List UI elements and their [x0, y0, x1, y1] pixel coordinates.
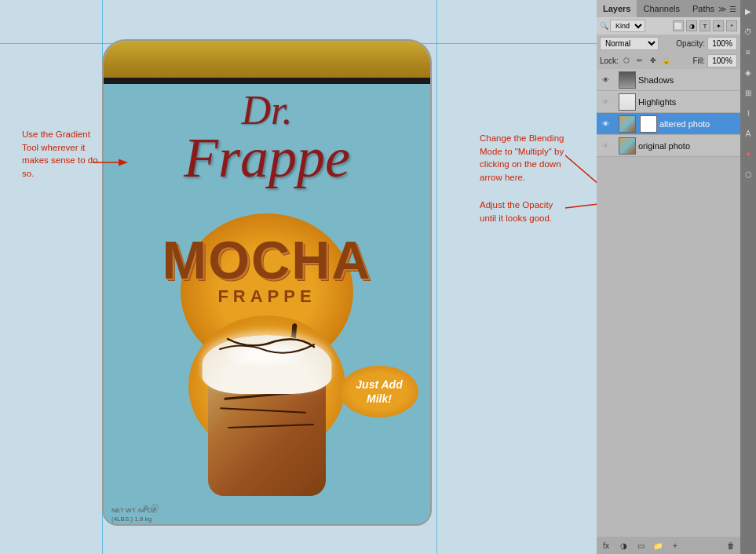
- layer-mask-button[interactable]: ▭: [634, 539, 647, 552]
- tab-channels[interactable]: Channels: [637, 0, 685, 17]
- panel-icon-star[interactable]: ✦: [741, 147, 755, 161]
- panel-icon-text[interactable]: A: [741, 126, 755, 140]
- layer-eye-shadows[interactable]: 👁: [600, 75, 611, 86]
- panel-icon-3[interactable]: ≡: [741, 45, 755, 59]
- layer-eye-highlights[interactable]: 👁: [600, 97, 611, 108]
- can-container: Dr. Frappe MOCHA FRAPPE: [102, 39, 432, 526]
- brand-text: Dr.: [104, 90, 430, 131]
- layers-list: 👁 Shadows 👁 Highlights 👁 altered photo: [597, 69, 740, 157]
- panel-menu-icon[interactable]: ☰: [729, 5, 736, 13]
- filter-icons: ⬜ ◑ T ✦ *: [673, 20, 737, 31]
- product-symbols: ⊛ ⓤ: [143, 503, 159, 513]
- panel-icon-3d[interactable]: ⬡: [741, 167, 755, 181]
- gradient-tool-annotation: Use the Gradient Tool wherever it makes …: [22, 128, 100, 180]
- layer-item-original[interactable]: 👁 original photo: [597, 135, 740, 157]
- panel-icon-brush[interactable]: ⌇: [741, 106, 755, 120]
- panel-icon-strip: ▶ ⏱ ≡ ◈ ⊞ ⌇ A ✦ ⬡: [740, 0, 756, 554]
- layers-panel: Layers Channels Paths ≫ ☰ 🔍 Kind ⬜ ◑ T ✦…: [597, 0, 740, 554]
- fx-button[interactable]: fx: [600, 539, 612, 552]
- right-panel: Layers Channels Paths ≫ ☰ 🔍 Kind ⬜ ◑ T ✦…: [597, 0, 756, 554]
- lock-fill-row: Lock: ⬡ ✏ ✤ 🔒 Fill:: [597, 52, 740, 69]
- layer-name-highlights: Highlights: [638, 97, 737, 107]
- canvas-area: Dr. Frappe MOCHA FRAPPE: [0, 0, 597, 554]
- layer-name-shadows: Shadows: [638, 75, 737, 85]
- product-name-text: Frappe: [104, 131, 430, 184]
- tab-paths[interactable]: Paths: [686, 0, 721, 17]
- layer-eye-altered[interactable]: 👁: [600, 118, 611, 129]
- panel-icon-history[interactable]: ⏱: [741, 24, 755, 38]
- panel-icon-eye[interactable]: ◈: [741, 65, 755, 79]
- filter-type-icon[interactable]: T: [699, 20, 710, 31]
- product-image: Dr. Frappe MOCHA FRAPPE: [102, 39, 440, 541]
- filter-kind-select[interactable]: Kind: [610, 20, 645, 32]
- weight-metric: (4LBS.) 1.8 kg: [111, 516, 158, 523]
- panel-tab-icons: ≫ ☰: [718, 5, 736, 13]
- svg-line-2: [565, 203, 597, 208]
- lock-transparency-icon[interactable]: ⬡: [621, 55, 632, 66]
- tagline-badge: Just Add Milk!: [340, 366, 418, 417]
- layer-item-altered[interactable]: 👁 altered photo: [597, 113, 740, 135]
- fill-label: Fill:: [692, 56, 705, 65]
- panel-expand-icon[interactable]: ≫: [718, 5, 726, 13]
- flavor-text: MOCHA: [149, 229, 385, 290]
- lock-position-icon[interactable]: ✤: [648, 55, 659, 66]
- layer-thumb-shadows: [619, 71, 636, 89]
- new-layer-button[interactable]: +: [669, 539, 681, 552]
- new-group-button[interactable]: 📁: [652, 539, 664, 552]
- filter-smart-icon[interactable]: *: [726, 20, 737, 31]
- lock-image-icon[interactable]: ✏: [634, 55, 645, 66]
- lock-all-icon[interactable]: 🔒: [661, 55, 672, 66]
- tab-layers[interactable]: Layers: [597, 0, 637, 17]
- layer-thumb-highlights: [619, 93, 636, 111]
- panel-icon-1[interactable]: ▶: [741, 4, 755, 18]
- change-blending-annotation: Change the Blending Mode to "Multiply" b…: [480, 132, 572, 184]
- new-fill-layer-button[interactable]: ◑: [617, 539, 630, 552]
- opacity-label: Opacity:: [676, 39, 705, 48]
- layer-thumb-altered: [619, 115, 636, 133]
- layer-thumb-original: [619, 137, 636, 155]
- delete-layer-button[interactable]: 🗑: [725, 539, 737, 552]
- can-lid: [104, 41, 430, 84]
- layer-mask-altered: [640, 115, 657, 133]
- panel-icon-grid[interactable]: ⊞: [741, 86, 755, 100]
- layer-name-altered: altered photo: [659, 119, 737, 129]
- adjust-opacity-annotation: Adjust the Opacity until it looks good.: [480, 199, 570, 224]
- layer-name-original: original photo: [638, 141, 737, 151]
- layer-item-shadows[interactable]: 👁 Shadows: [597, 69, 740, 91]
- layers-bottom-toolbar: fx ◑ ▭ 📁 + 🗑: [597, 537, 740, 554]
- filter-shape-icon[interactable]: ✦: [713, 20, 724, 31]
- layer-eye-original[interactable]: 👁: [600, 140, 611, 151]
- lock-icons-group: ⬡ ✏ ✤ 🔒: [621, 55, 672, 66]
- lock-label: Lock:: [600, 56, 619, 65]
- blend-opacity-row: Normal Multiply Screen Overlay Opacity:: [597, 35, 740, 52]
- blend-mode-select[interactable]: Normal Multiply Screen Overlay: [600, 37, 659, 50]
- layers-search-row: 🔍 Kind ⬜ ◑ T ✦ *: [597, 17, 740, 35]
- fill-input[interactable]: [707, 54, 737, 67]
- filter-pixel-icon[interactable]: ⬜: [673, 20, 684, 31]
- panel-tabs: Layers Channels Paths ≫ ☰: [597, 0, 740, 17]
- type-text: FRAPPE: [217, 286, 316, 307]
- opacity-input[interactable]: [707, 37, 737, 50]
- search-magnifier-icon: 🔍: [600, 22, 608, 30]
- layer-item-highlights[interactable]: 👁 Highlights: [597, 91, 740, 113]
- filter-adjustment-icon[interactable]: ◑: [686, 20, 697, 31]
